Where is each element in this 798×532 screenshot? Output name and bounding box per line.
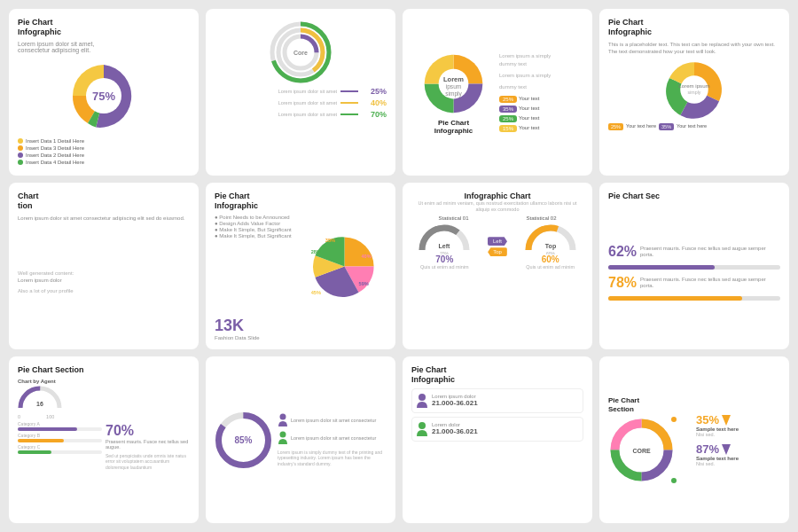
card4-legend: 25% Your text here 35% Your text here (608, 123, 780, 130)
card2-center-text: Core (293, 50, 308, 56)
person-icon-1 (278, 413, 288, 427)
card-85-donut: 85% Lorem ipsum dolor sit amet consectet… (206, 356, 395, 523)
card12-svg: CORE (608, 417, 675, 483)
card12-item2: 87% Sample text here Nisi sed. (696, 442, 780, 466)
arrow-down-icon-2 (722, 444, 731, 455)
card12-left: Pie ChartSection CORE (608, 365, 692, 514)
svg-point-29 (280, 431, 286, 437)
svg-text:Lorem: Lorem (443, 74, 464, 82)
card1-legend: Insert Data 1 Detail Here Insert Data 3 … (18, 138, 190, 167)
svg-point-30 (419, 394, 426, 401)
svg-text:Lorem ipsum: Lorem ipsum (678, 83, 709, 90)
card1-title: Pie ChartInfographic (18, 18, 190, 37)
card1-center-value: 75% (92, 89, 115, 102)
card2-donut: Core (270, 21, 332, 83)
card10-content: 85% Lorem ipsum dolor sit amet consectet… (215, 365, 387, 514)
card11-title: Pie ChartInfographic (411, 365, 583, 385)
card7-gauge1: Left 70% 70% Quis ut enim ad minim (418, 223, 471, 270)
card4-chart: Lorem ipsum simply (608, 59, 780, 121)
card7-stat1-label: Statistical 01 (438, 215, 468, 221)
card-pie-11: Pie ChartInfographic Lorem ipsum dolor 2… (403, 356, 592, 523)
svg-text:16: 16 (36, 401, 43, 407)
card9-right: 70% Praesent mauris. Fusce nec tellus se… (106, 379, 190, 514)
card5-body: Lorem ipsum dolor sit amet consectetur a… (18, 215, 190, 222)
card12-donut: CORE (608, 417, 675, 483)
card7-stats-row: Statistical 01 Statistical 02 (411, 215, 583, 221)
card7-gauges: Left 70% 70% Quis ut enim ad minim Left … (411, 223, 583, 270)
person-icon-2 (278, 431, 288, 445)
card11-person-icon-2 (416, 421, 428, 437)
card-pie-sec-8: Pie Chart Sec 62% Praesent mauris. Fusce… (599, 183, 789, 349)
card8-bar1-track (608, 265, 780, 270)
svg-text:CORE: CORE (632, 448, 651, 454)
svg-text:45%: 45% (311, 289, 321, 294)
svg-point-28 (280, 413, 286, 419)
svg-text:simply: simply (445, 90, 462, 97)
card7-gauge2-svg: Top 60% (524, 223, 577, 254)
card3-title: Pie ChartInfographic (434, 119, 473, 135)
card8-items: 62% Praesent mauris. Fusce nec tellus se… (608, 205, 780, 340)
card2-row-2: Lorem ipsum dolor sit amet 40% (215, 98, 387, 107)
card8-bar2-fill (608, 296, 742, 301)
card2-content: Core Lorem ipsum dolor sit amet 25% Lore… (215, 18, 387, 167)
card7-gauge2: Top 60% 60% Quis ut enim ad minim (524, 223, 577, 270)
card1-chart-area: 75% (18, 57, 190, 135)
card12-right: 35% Sample text here Nisi sed. 87% (696, 365, 780, 514)
svg-text:Top: Top (545, 243, 556, 250)
svg-text:59%: 59% (359, 281, 369, 286)
card-pie-4: Pie ChartInfographic This is a placehold… (599, 9, 789, 176)
card9-stat: 70% (106, 423, 190, 439)
card-chart-tion: Charttion Lorem ipsum dolor sit amet con… (9, 183, 199, 349)
card10-footer: Lorem ipsum is simply dummy text of the … (278, 450, 387, 467)
card6-title: Pie ChartInfographic (215, 192, 299, 211)
card6-left: Pie ChartInfographic ● Point Needs to be… (215, 192, 299, 340)
card3-legend-badges: 25% Your text (499, 96, 583, 103)
card8-item1: 62% Praesent mauris. Fusce nec tellus se… (608, 244, 780, 260)
card4-title: Pie ChartInfographic (608, 18, 780, 37)
card6-layout: Pie ChartInfographic ● Point Needs to be… (215, 192, 387, 340)
card2-labels: Lorem ipsum dolor sit amet 25% Lorem ips… (215, 87, 387, 121)
card9-footer: Sed ut perspiciatis unde omnis iste natu… (106, 453, 190, 471)
card10-pct: 85% (234, 435, 252, 445)
card3-pie-area: Lorem ipsum simply Pie ChartInfographic (411, 18, 496, 167)
card-pie-1: Pie ChartInfographic Lorem ipsum dolor s… (9, 9, 199, 176)
card-pie-6: Pie ChartInfographic ● Point Needs to be… (206, 183, 395, 349)
card9-left: Chart by Agent 16 0 100 Category A Categ… (18, 379, 102, 514)
card11-item1: Lorem ipsum dolor 21.000-36.021 (411, 388, 583, 413)
card11-item2: Lorem dolor 21.000-36.021 (411, 417, 583, 442)
card12-layout: Pie ChartSection CORE (608, 365, 780, 514)
card9-gauge-svg: 16 (18, 386, 62, 411)
card-infographic-chart: Infographic Chart Ut enim ad minim venia… (403, 183, 592, 349)
card11-items: Lorem ipsum dolor 21.000-36.021 Lorem do… (411, 388, 583, 514)
card8-item2: 78% Praesent mauris. Fusce nec tellus se… (608, 275, 780, 291)
card4-body: This is a placeholder text. This text ca… (608, 41, 780, 56)
card6-pie-area: 35% 40% 59% 45% 28% (302, 192, 387, 340)
card6-bullets: ● Point Needs to be Announced ● Design A… (215, 215, 299, 239)
card8-bar1-fill (608, 265, 715, 270)
card3-legend: Lorem ipsum a simply dummy text Lorem ip… (499, 18, 583, 167)
card9-content: Chart by Agent 16 0 100 Category A Categ… (18, 379, 190, 514)
card-pie-3: Lorem ipsum simply Pie ChartInfographic … (403, 9, 592, 176)
card8-title: Pie Chart Sec (608, 192, 780, 201)
card1-subtitle: Lorem ipsum dolor sit amet,consectetur a… (18, 41, 190, 53)
card8-bar2-track (608, 296, 780, 301)
svg-text:simply: simply (688, 90, 701, 96)
card2-row-3: Lorem ipsum dolor sit amet 70% (215, 110, 387, 119)
card1-pie: 75% (68, 60, 139, 131)
card9-stat-text: Praesent mauris. Fusce nec tellus sed au… (106, 439, 190, 450)
card-pie-section-9: Pie Chart Section Chart by Agent 16 0 10… (9, 356, 199, 523)
card12-item1: 35% Sample text here Nisi sed. (696, 413, 780, 437)
svg-marker-39 (722, 415, 731, 426)
arrow-down-icon-1 (722, 415, 731, 426)
card5-content: Well generated content: Lorem ipsum dolo… (18, 225, 190, 340)
card3-svg: Lorem ipsum simply (420, 51, 487, 117)
card12-title: Pie ChartSection (608, 396, 692, 413)
svg-text:28%: 28% (311, 249, 321, 254)
card6-svg: 35% 40% 59% 45% 28% (307, 229, 382, 304)
card7-subtitle: Ut enim ad minim veniam, quis nostrud ex… (411, 200, 583, 213)
card11-person-icon-1 (416, 393, 428, 409)
card2-row-1: Lorem ipsum dolor sit amet 25% (215, 87, 387, 96)
card-donut-rings: Core Lorem ipsum dolor sit amet 25% Lore… (206, 9, 395, 176)
card10-donut-wrap: 85% (215, 411, 272, 469)
main-grid: Pie ChartInfographic Lorem ipsum dolor s… (0, 0, 798, 532)
